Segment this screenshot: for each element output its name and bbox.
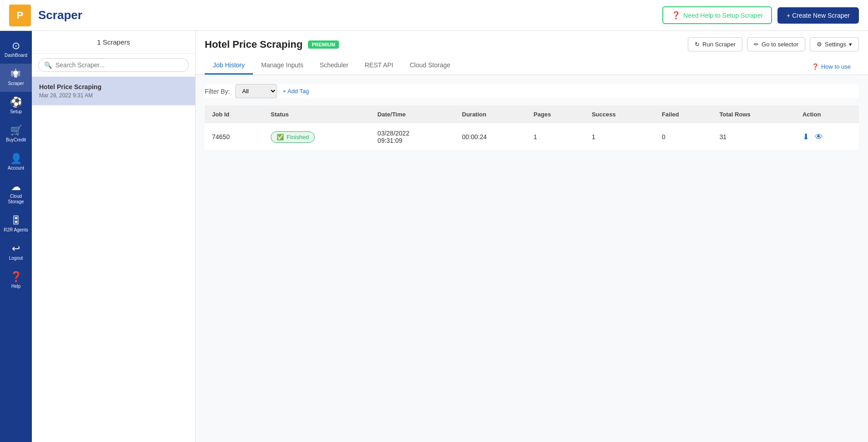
view-icon[interactable]: 👁 bbox=[815, 132, 823, 142]
col-header-job-id: Job Id bbox=[205, 105, 263, 123]
right-header: Hotel Price Scraping PREMIUM ↻ Run Scrap… bbox=[196, 31, 868, 75]
sidebar-item-setup[interactable]: ⚽ Setup bbox=[0, 92, 32, 120]
sidebar-label-help: Help bbox=[11, 284, 21, 289]
tab-scheduler-label: Scheduler bbox=[320, 61, 348, 69]
tab-scheduler[interactable]: Scheduler bbox=[312, 57, 357, 75]
setup-icon: ⚽ bbox=[10, 97, 22, 107]
add-tag-button[interactable]: + Add Tag bbox=[283, 88, 309, 95]
create-scraper-button[interactable]: + Create New Scraper bbox=[777, 7, 859, 24]
sidebar-item-account[interactable]: 👤 Account bbox=[0, 148, 32, 176]
tab-cloud-storage[interactable]: Cloud Storage bbox=[401, 57, 459, 75]
run-scraper-label: Run Scraper bbox=[702, 41, 736, 48]
col-header-success: Success bbox=[585, 105, 655, 123]
sidebar-item-help[interactable]: ❓ Help bbox=[0, 266, 32, 295]
main-layout: ⊙ DashBoard 🕷 Scraper ⚽ Setup 🛒 BuyCredi… bbox=[0, 31, 868, 442]
col-header-pages: Pages bbox=[526, 105, 585, 123]
settings-label: Settings bbox=[825, 41, 846, 48]
right-header-actions: ↻ Run Scraper ✏ Go to selector ⚙ Setting… bbox=[688, 37, 859, 51]
filter-select[interactable]: All Finished Failed Running bbox=[235, 84, 277, 98]
col-header-total-rows: Total Rows bbox=[712, 105, 795, 123]
tab-manage-inputs[interactable]: Manage Inputs bbox=[253, 57, 312, 75]
r2r-agents-icon: 🎛 bbox=[11, 216, 21, 226]
sidebar-label-scraper: Scraper bbox=[8, 81, 24, 86]
dashboard-icon: ⊙ bbox=[12, 41, 20, 51]
sidebar-label-buycredit: BuyCredit bbox=[6, 137, 26, 143]
account-icon: 👤 bbox=[10, 154, 22, 164]
go-to-selector-button[interactable]: ✏ Go to selector bbox=[747, 37, 805, 51]
buycredit-icon: 🛒 bbox=[10, 126, 22, 136]
filter-bar: Filter By: All Finished Failed Running +… bbox=[205, 84, 859, 98]
settings-button[interactable]: ⚙ Settings ▾ bbox=[810, 37, 859, 51]
premium-badge: PREMIUM bbox=[308, 40, 339, 49]
how-to-use-label: How to use bbox=[821, 63, 851, 70]
cell-job-id: 74650 bbox=[205, 123, 263, 151]
tab-job-history[interactable]: Job History bbox=[205, 57, 253, 75]
scraper-icon: 🕷 bbox=[11, 69, 21, 79]
gear-icon: ⚙ bbox=[817, 41, 822, 48]
table-header: Job Id Status Date/Time Duration Pages S… bbox=[205, 105, 859, 123]
cell-action: ⬇ 👁 bbox=[795, 123, 859, 151]
help-button-label: Need Help to Setup Scraper bbox=[683, 12, 763, 19]
sidebar-item-r2r-agents[interactable]: 🎛 R2R Agents bbox=[0, 210, 32, 238]
action-icons: ⬇ 👁 bbox=[802, 132, 852, 142]
right-panel: Hotel Price Scraping PREMIUM ↻ Run Scrap… bbox=[196, 31, 868, 442]
sidebar-label-r2r-agents: R2R Agents bbox=[4, 227, 28, 233]
tabs: Job History Manage Inputs Scheduler REST… bbox=[205, 57, 459, 75]
col-header-datetime: Date/Time bbox=[370, 105, 455, 123]
app-logo: P bbox=[9, 5, 31, 26]
check-circle-icon: ✅ bbox=[277, 134, 284, 141]
cell-datetime: 03/28/2022 09:31:09 bbox=[370, 123, 455, 151]
logout-icon: ↩ bbox=[12, 244, 20, 254]
tab-manage-inputs-label: Manage Inputs bbox=[261, 61, 303, 69]
content-area: Filter By: All Finished Failed Running +… bbox=[196, 75, 868, 442]
left-panel: 1 Scrapers 🔍 Hotel Price Scraping Mar 28… bbox=[32, 31, 196, 442]
scrapers-count: 1 Scrapers bbox=[32, 31, 195, 54]
col-header-action: Action bbox=[795, 105, 859, 123]
table-body: 74650 ✅ Finished 03/28/2022 09:31:09 00:… bbox=[205, 123, 859, 151]
app-title: Scraper bbox=[38, 8, 662, 22]
search-input[interactable] bbox=[56, 61, 183, 69]
sidebar-label-dashboard: DashBoard bbox=[5, 53, 27, 58]
cell-failed: 0 bbox=[655, 123, 712, 151]
top-header: P Scraper ❓ Need Help to Setup Scraper +… bbox=[0, 0, 868, 31]
scraper-title-area: Hotel Price Scraping PREMIUM bbox=[205, 39, 339, 50]
sidebar-item-dashboard[interactable]: ⊙ DashBoard bbox=[0, 35, 32, 64]
run-scraper-button[interactable]: ↻ Run Scraper bbox=[688, 37, 742, 51]
scraper-item-name: Hotel Price Scraping bbox=[39, 83, 188, 90]
how-to-use-link[interactable]: ❓ How to use bbox=[803, 59, 859, 75]
question-icon: ❓ bbox=[812, 63, 819, 70]
sidebar-item-logout[interactable]: ↩ Logout bbox=[0, 238, 32, 266]
cell-success: 1 bbox=[585, 123, 655, 151]
chevron-down-icon: ▾ bbox=[849, 41, 852, 48]
cell-total-rows: 31 bbox=[712, 123, 795, 151]
filter-label: Filter By: bbox=[205, 88, 230, 95]
tab-job-history-label: Job History bbox=[213, 61, 245, 69]
col-header-failed: Failed bbox=[655, 105, 712, 123]
col-header-duration: Duration bbox=[455, 105, 526, 123]
job-table: Job Id Status Date/Time Duration Pages S… bbox=[205, 105, 859, 151]
help-icon: ❓ bbox=[10, 272, 22, 282]
cell-duration: 00:00:24 bbox=[455, 123, 526, 151]
search-input-wrap: 🔍 bbox=[38, 58, 189, 72]
help-button[interactable]: ❓ Need Help to Setup Scraper bbox=[662, 6, 772, 24]
right-header-top: Hotel Price Scraping PREMIUM ↻ Run Scrap… bbox=[205, 37, 859, 51]
edit-icon: ✏ bbox=[754, 41, 759, 48]
cloud-storage-icon: ☁ bbox=[11, 182, 21, 192]
table-row: 74650 ✅ Finished 03/28/2022 09:31:09 00:… bbox=[205, 123, 859, 151]
cell-status: ✅ Finished bbox=[263, 123, 370, 151]
sidebar-item-scraper[interactable]: 🕷 Scraper bbox=[0, 64, 32, 92]
header-actions: ❓ Need Help to Setup Scraper + Create Ne… bbox=[662, 6, 859, 24]
status-label: Finished bbox=[287, 134, 309, 141]
download-icon[interactable]: ⬇ bbox=[802, 132, 809, 142]
create-button-label: + Create New Scraper bbox=[787, 12, 850, 19]
scraper-list-item[interactable]: Hotel Price Scraping Mar 28, 2022 9:31 A… bbox=[32, 77, 195, 105]
tab-rest-api[interactable]: REST API bbox=[357, 57, 402, 75]
search-box: 🔍 bbox=[32, 54, 195, 77]
cell-pages: 1 bbox=[526, 123, 585, 151]
status-badge: ✅ Finished bbox=[271, 131, 315, 143]
question-circle-icon: ❓ bbox=[671, 11, 681, 20]
sidebar-label-setup: Setup bbox=[10, 109, 22, 115]
scraper-item-date: Mar 28, 2022 9:31 AM bbox=[39, 92, 188, 99]
sidebar-item-cloud-storage[interactable]: ☁ Cloud Storage bbox=[0, 176, 32, 210]
sidebar-item-buycredit[interactable]: 🛒 BuyCredit bbox=[0, 120, 32, 148]
